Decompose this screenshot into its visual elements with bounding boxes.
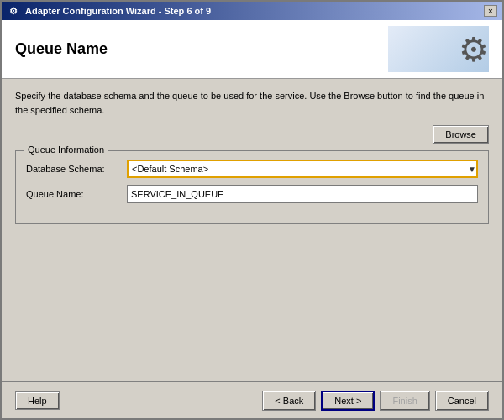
gear-icon: ⚙ <box>459 30 489 69</box>
next-button[interactable]: Next > <box>321 391 375 411</box>
header-area: Queue Name ⚙ <box>2 20 502 79</box>
description-text: Specify the database schema and the queu… <box>15 89 489 117</box>
queue-name-label: Queue Name: <box>26 189 127 199</box>
title-bar-left: ⚙ Adapter Configuration Wizard - Step 6 … <box>7 4 211 18</box>
database-schema-row: Database Schema: <Default Schema> ▼ <box>26 160 478 178</box>
footer-right: < Back Next > Finish Cancel <box>262 391 489 411</box>
queue-information-group: Queue Information Database Schema: <Defa… <box>15 150 489 224</box>
wizard-window: ⚙ Adapter Configuration Wizard - Step 6 … <box>0 0 504 420</box>
database-schema-select-wrapper: <Default Schema> ▼ <box>127 160 478 178</box>
help-button[interactable]: Help <box>15 391 60 410</box>
footer-left: Help <box>15 391 60 410</box>
database-schema-select[interactable]: <Default Schema> <box>127 160 478 178</box>
group-box-legend: Queue Information <box>24 144 108 155</box>
queue-name-input[interactable] <box>127 185 478 203</box>
browse-row: Browse <box>15 125 489 144</box>
back-button[interactable]: < Back <box>262 391 316 411</box>
browse-button[interactable]: Browse <box>433 125 489 144</box>
header-graphic: ⚙ <box>388 26 489 72</box>
window-title: Adapter Configuration Wizard - Step 6 of… <box>25 6 211 16</box>
close-button[interactable]: × <box>484 5 497 17</box>
database-schema-label: Database Schema: <box>26 164 127 174</box>
queue-name-row: Queue Name: <box>26 185 478 203</box>
cancel-button[interactable]: Cancel <box>435 391 489 411</box>
content-area: Specify the database schema and the queu… <box>2 79 502 381</box>
footer: Help < Back Next > Finish Cancel <box>2 381 502 418</box>
app-icon: ⚙ <box>7 4 20 18</box>
title-bar: ⚙ Adapter Configuration Wizard - Step 6 … <box>2 2 502 20</box>
finish-button[interactable]: Finish <box>380 391 429 411</box>
header-title: Queue Name <box>15 40 108 58</box>
